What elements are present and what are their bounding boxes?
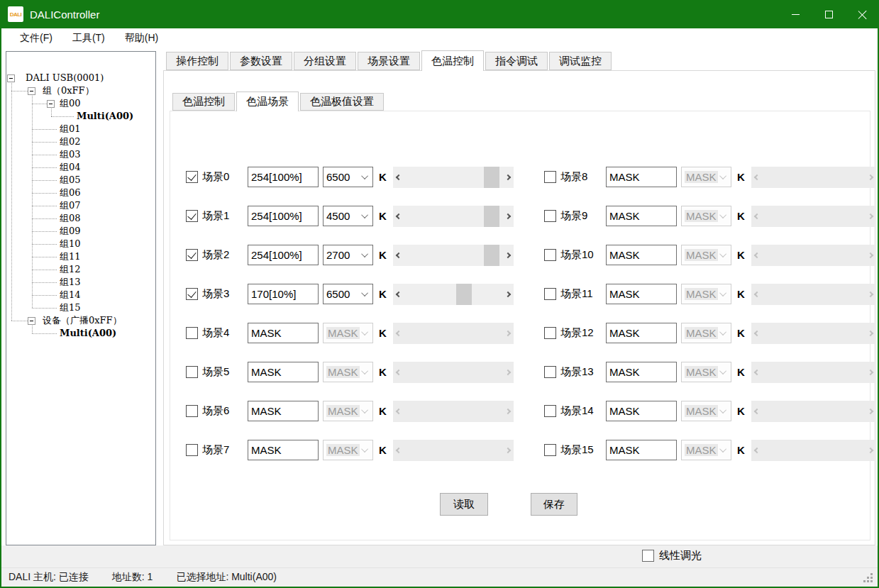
slider-right-arrow-icon[interactable]	[502, 401, 514, 422]
scene-temp-select[interactable]: MASK	[681, 401, 731, 421]
slider-right-arrow-icon[interactable]	[502, 245, 514, 266]
slider-left-arrow-icon[interactable]	[393, 284, 405, 305]
scene-temp-select[interactable]: MASK	[323, 440, 373, 460]
slider-left-arrow-icon[interactable]	[751, 206, 763, 227]
scene-slider[interactable]	[751, 167, 876, 188]
scene-checkbox[interactable]	[186, 327, 198, 339]
tree-node[interactable]: 组02	[60, 135, 81, 148]
slider-track[interactable]	[763, 284, 864, 305]
slider-left-arrow-icon[interactable]	[393, 245, 405, 266]
tree-node[interactable]: 组03	[60, 148, 81, 161]
scene-slider[interactable]	[751, 284, 876, 305]
slider-left-arrow-icon[interactable]	[393, 323, 405, 344]
slider-thumb[interactable]	[456, 284, 472, 305]
scene-slider[interactable]	[751, 440, 876, 461]
scene-temp-select[interactable]: 6500	[323, 167, 373, 187]
menu-item[interactable]: 帮助(H)	[115, 28, 168, 48]
scene-slider[interactable]	[393, 245, 514, 266]
scene-checkbox[interactable]	[544, 327, 556, 339]
slider-track[interactable]	[763, 245, 864, 266]
tree-node[interactable]: Multi(A00)	[60, 327, 116, 340]
tree-node[interactable]: 组00	[60, 97, 81, 110]
scene-slider[interactable]	[393, 401, 514, 422]
scene-temp-select[interactable]: 2700	[323, 245, 373, 265]
scene-level-input[interactable]	[248, 206, 319, 226]
slider-track[interactable]	[763, 401, 864, 422]
scene-checkbox[interactable]	[186, 288, 198, 300]
read-button[interactable]: 读取	[440, 493, 488, 516]
scene-slider[interactable]	[751, 401, 876, 422]
menu-item[interactable]: 文件(F)	[10, 28, 62, 48]
slider-left-arrow-icon[interactable]	[393, 167, 405, 188]
slider-track[interactable]	[763, 167, 864, 188]
scene-level-input[interactable]	[606, 401, 677, 421]
scene-checkbox[interactable]	[186, 171, 198, 183]
tree-node[interactable]: 组06	[60, 187, 81, 199]
scene-slider[interactable]	[393, 167, 514, 188]
tree-expander-icon[interactable]	[28, 317, 35, 325]
slider-track[interactable]	[405, 323, 502, 344]
scene-slider[interactable]	[393, 323, 514, 344]
scene-level-input[interactable]	[248, 323, 319, 343]
scene-checkbox[interactable]	[544, 171, 556, 183]
tree-expander-icon[interactable]	[7, 74, 15, 82]
slider-track[interactable]	[763, 323, 864, 344]
slider-right-arrow-icon[interactable]	[502, 323, 514, 344]
slider-right-arrow-icon[interactable]	[502, 206, 514, 227]
scene-slider[interactable]	[751, 245, 876, 266]
slider-thumb[interactable]	[484, 206, 499, 227]
scene-temp-select[interactable]: MASK	[681, 323, 731, 343]
tree-node[interactable]: 设备（广播0xFF）	[43, 314, 122, 327]
slider-right-arrow-icon[interactable]	[502, 284, 514, 305]
slider-right-arrow-icon[interactable]	[502, 440, 514, 461]
scene-level-input[interactable]	[248, 440, 319, 460]
scene-slider[interactable]	[393, 284, 514, 305]
linear-dimming-checkbox[interactable]	[642, 550, 654, 562]
scene-level-input[interactable]	[606, 362, 677, 382]
slider-left-arrow-icon[interactable]	[751, 167, 763, 188]
scene-temp-select[interactable]: MASK	[681, 245, 731, 265]
scene-checkbox[interactable]	[544, 288, 556, 300]
scene-temp-select[interactable]: 4500	[323, 206, 373, 226]
scene-checkbox[interactable]	[186, 249, 198, 261]
maximize-button[interactable]	[812, 0, 846, 28]
slider-track[interactable]	[405, 440, 502, 461]
scene-level-input[interactable]	[248, 167, 319, 187]
slider-track[interactable]	[763, 440, 864, 461]
scene-checkbox[interactable]	[544, 210, 556, 222]
device-tree-panel[interactable]: DALI USB(0001)组（0xFF）组00Multi(A00)组01组02…	[6, 51, 156, 545]
scene-temp-select[interactable]: MASK	[681, 206, 731, 226]
tree-node[interactable]: 组10	[60, 238, 81, 250]
scene-temp-select[interactable]: MASK	[681, 440, 731, 460]
scene-temp-select[interactable]: MASK	[323, 323, 373, 343]
tree-node[interactable]: 组09	[60, 225, 81, 238]
scene-level-input[interactable]	[606, 440, 677, 460]
slider-track[interactable]	[763, 362, 864, 383]
tree-node[interactable]: 组12	[60, 263, 81, 276]
slider-track[interactable]	[763, 206, 864, 227]
slider-left-arrow-icon[interactable]	[751, 245, 763, 266]
slider-right-arrow-icon[interactable]	[502, 362, 514, 383]
scene-level-input[interactable]	[606, 323, 677, 343]
slider-thumb[interactable]	[484, 245, 499, 266]
scene-checkbox[interactable]	[186, 405, 198, 417]
scene-level-input[interactable]	[606, 284, 677, 304]
scene-level-input[interactable]	[248, 284, 319, 304]
tree-node[interactable]: 组13	[60, 276, 81, 289]
slider-right-arrow-icon[interactable]	[864, 323, 876, 344]
slider-track[interactable]	[405, 284, 502, 305]
scene-slider[interactable]	[751, 323, 876, 344]
slider-left-arrow-icon[interactable]	[393, 440, 405, 461]
slider-left-arrow-icon[interactable]	[751, 323, 763, 344]
scene-slider[interactable]	[393, 206, 514, 227]
scene-checkbox[interactable]	[186, 444, 198, 456]
main-tab[interactable]: 指令调试	[485, 52, 548, 70]
slider-left-arrow-icon[interactable]	[751, 401, 763, 422]
tree-node[interactable]: 组14	[60, 289, 81, 301]
slider-track[interactable]	[405, 167, 502, 188]
minimize-button[interactable]	[779, 0, 812, 28]
slider-right-arrow-icon[interactable]	[864, 206, 876, 227]
tree-node[interactable]: 组04	[60, 161, 81, 174]
scene-temp-select[interactable]: MASK	[681, 362, 731, 382]
scene-level-input[interactable]	[248, 362, 319, 382]
